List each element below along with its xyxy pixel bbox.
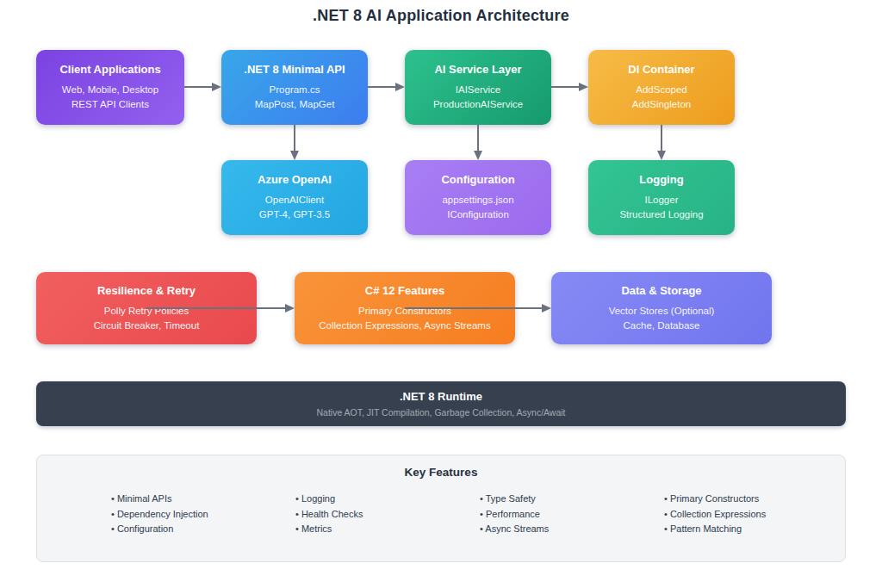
feature-item: Performance	[480, 507, 664, 523]
node-title: .NET 8 Minimal API	[244, 63, 345, 76]
node-configuration: Configuration appsettings.json IConfigur…	[405, 160, 551, 235]
node-subline: Web, Mobile, Desktop	[62, 83, 158, 97]
runtime-subtitle: Native AOT, JIT Compilation, Garbage Col…	[316, 407, 565, 418]
arrow-head	[579, 83, 588, 91]
arrow-right-icon	[551, 82, 588, 92]
feature-item: Collection Expressions	[664, 507, 848, 523]
runtime-title: .NET 8 Runtime	[400, 390, 482, 403]
key-features-title: Key Features	[37, 466, 845, 479]
node-subline: MapPost, MapGet	[255, 97, 335, 112]
arrow-down-icon	[289, 125, 300, 160]
node-azure-openai: Azure OpenAI OpenAIClient GPT-4, GPT-3.5	[221, 160, 368, 235]
diagram-canvas: .NET 8 AI Application Architecture Clien…	[0, 0, 882, 588]
arrow-line	[146, 307, 285, 309]
runtime-bar: .NET 8 Runtime Native AOT, JIT Compilati…	[36, 381, 846, 426]
feature-column: Type Safety Performance Async Streams	[480, 492, 664, 537]
node-logging: Logging ILogger Structured Logging	[588, 160, 735, 235]
node-title: Resilience & Retry	[97, 284, 196, 297]
node-data-storage: Data & Storage Vector Stores (Optional) …	[551, 272, 772, 344]
node-subline: Program.cs	[270, 83, 320, 97]
arrow-head	[474, 151, 482, 160]
arrow-head	[290, 151, 299, 160]
arrow-line	[184, 86, 212, 88]
arrow-head	[285, 304, 295, 313]
node-title: C# 12 Features	[365, 284, 445, 297]
node-minimal-api: .NET 8 Minimal API Program.cs MapPost, M…	[221, 50, 368, 125]
arrow-head	[542, 304, 551, 313]
arrow-head	[212, 83, 221, 91]
page-title: .NET 8 AI Application Architecture	[0, 7, 882, 25]
node-subline: AddSingleton	[632, 97, 691, 112]
node-title: Configuration	[441, 173, 514, 186]
node-subline: ProductionAIService	[433, 97, 523, 112]
arrow-line	[477, 125, 479, 151]
node-subline: Circuit Breaker, Timeout	[94, 319, 200, 333]
feature-column: Logging Health Checks Metrics	[295, 492, 480, 537]
node-subline: appsettings.json	[442, 193, 513, 207]
node-subline: GPT-4, GPT-3.5	[259, 207, 330, 222]
node-subline: Cache, Database	[624, 319, 700, 333]
node-ai-service-layer: AI Service Layer IAIService ProductionAI…	[405, 50, 551, 125]
node-subline: Vector Stores (Optional)	[609, 304, 715, 319]
key-features-panel: Key Features Minimal APIs Dependency Inj…	[36, 455, 846, 562]
node-subline: IConfiguration	[447, 207, 509, 222]
feature-item: Health Checks	[295, 507, 480, 523]
feature-item: Configuration	[111, 522, 295, 537]
feature-item: Async Streams	[480, 522, 664, 537]
feature-item: Metrics	[295, 522, 480, 537]
arrow-down-icon	[473, 125, 483, 160]
node-client-applications: Client Applications Web, Mobile, Desktop…	[36, 50, 184, 125]
feature-item: Dependency Injection	[111, 507, 295, 523]
feature-column: Minimal APIs Dependency Injection Config…	[111, 492, 295, 537]
node-subline: Structured Logging	[619, 207, 703, 222]
feature-item: Type Safety	[480, 492, 664, 507]
arrow-right-icon	[368, 82, 405, 92]
node-subline: OpenAIClient	[265, 193, 324, 207]
node-subline: ILogger	[644, 193, 678, 207]
feature-item: Minimal APIs	[111, 492, 295, 507]
arrow-line	[405, 307, 542, 309]
feature-item: Logging	[295, 492, 480, 507]
node-title: Logging	[639, 173, 683, 186]
node-title: AI Service Layer	[434, 63, 521, 76]
node-subline: Collection Expressions, Async Streams	[319, 319, 490, 333]
node-title: DI Container	[628, 63, 694, 76]
arrow-head	[395, 83, 405, 91]
arrow-right-icon	[405, 303, 551, 313]
node-di-container: DI Container AddScoped AddSingleton	[588, 50, 735, 125]
arrow-line	[661, 125, 662, 151]
feature-item: Pattern Matching	[664, 522, 848, 537]
node-subline: IAIService	[456, 83, 500, 97]
arrow-head	[657, 151, 666, 160]
node-title: Data & Storage	[621, 284, 701, 297]
arrow-line	[551, 86, 579, 88]
node-title: Client Applications	[59, 63, 160, 76]
feature-column: Primary Constructors Collection Expressi…	[664, 492, 848, 537]
arrow-right-icon	[146, 303, 295, 313]
feature-item: Primary Constructors	[664, 492, 848, 507]
arrow-line	[368, 86, 395, 88]
node-subline: REST API Clients	[71, 97, 149, 112]
arrow-down-icon	[656, 125, 667, 160]
key-features-grid: Minimal APIs Dependency Injection Config…	[111, 492, 848, 537]
node-subline: AddScoped	[636, 83, 686, 97]
arrow-right-icon	[184, 82, 221, 92]
node-title: Azure OpenAI	[258, 173, 332, 186]
arrow-line	[294, 125, 295, 151]
